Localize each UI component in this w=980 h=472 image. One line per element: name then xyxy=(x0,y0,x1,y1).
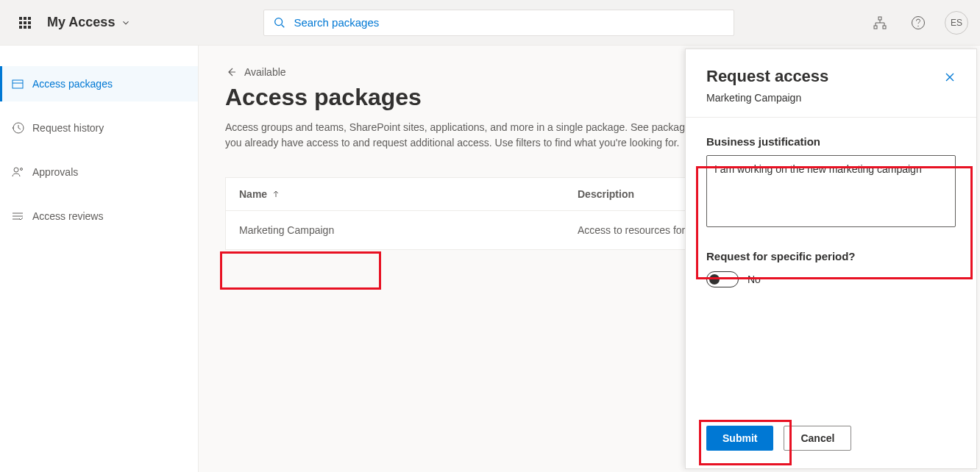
sidebar: Access packages Request history Approval… xyxy=(0,46,199,472)
sidebar-item-access-packages[interactable]: Access packages xyxy=(0,66,198,101)
sidebar-item-approvals[interactable]: Approvals xyxy=(0,154,198,190)
sidebar-item-access-reviews[interactable]: Access reviews xyxy=(0,199,198,234)
reviews-icon xyxy=(10,209,25,224)
sidebar-item-request-history[interactable]: Request history xyxy=(0,110,198,146)
panel-footer: Submit Cancel xyxy=(686,412,976,468)
nav-label: Request history xyxy=(32,122,104,134)
app-title-dropdown[interactable]: My Access xyxy=(47,15,131,30)
panel-header: Request access Marketing Campaign xyxy=(686,49,976,118)
nav-label: Access reviews xyxy=(32,210,103,222)
row-name: Marketing Campaign xyxy=(239,224,578,236)
svg-rect-7 xyxy=(13,80,23,88)
cancel-button[interactable]: Cancel xyxy=(784,426,851,451)
page-description: Access groups and teams, SharePoint site… xyxy=(225,120,696,151)
close-icon xyxy=(944,71,956,83)
sitemap-icon[interactable] xyxy=(868,11,892,35)
panel-body: Business justification Request for speci… xyxy=(686,118,976,412)
history-icon xyxy=(10,121,25,135)
back-arrow-icon xyxy=(225,66,237,78)
submit-button[interactable]: Submit xyxy=(706,426,773,451)
period-value: No xyxy=(748,273,761,285)
svg-point-0 xyxy=(275,18,283,25)
search-input[interactable]: Search packages xyxy=(263,10,734,36)
justification-label: Business justification xyxy=(706,135,956,148)
svg-line-1 xyxy=(282,24,285,27)
waffle-icon[interactable] xyxy=(12,10,38,36)
panel-title: Request access xyxy=(706,67,828,86)
svg-point-10 xyxy=(14,168,18,172)
nav-label: Access packages xyxy=(32,78,113,90)
svg-point-6 xyxy=(917,25,918,26)
col-desc-label: Description xyxy=(578,188,634,200)
user-avatar[interactable]: ES xyxy=(945,11,968,35)
help-icon[interactable] xyxy=(906,11,930,35)
request-access-panel: Request access Marketing Campaign Busine… xyxy=(685,49,977,469)
sort-up-icon xyxy=(271,190,280,199)
svg-rect-2 xyxy=(878,17,881,20)
package-icon xyxy=(10,76,25,91)
period-toggle[interactable] xyxy=(706,271,739,287)
period-label: Request for specific period? xyxy=(706,250,956,262)
search-icon xyxy=(273,16,286,29)
app-header: My Access Search packages ES xyxy=(0,0,980,46)
app-title-text: My Access xyxy=(47,15,115,30)
panel-subtitle: Marketing Campaign xyxy=(706,92,828,104)
close-button[interactable] xyxy=(944,71,956,85)
search-placeholder: Search packages xyxy=(294,16,379,29)
col-name-label: Name xyxy=(239,188,267,200)
approvals-icon xyxy=(10,165,25,179)
avatar-initials: ES xyxy=(951,18,962,28)
column-header-name[interactable]: Name xyxy=(239,188,578,200)
nav-label: Approvals xyxy=(32,166,78,178)
svg-rect-4 xyxy=(883,26,886,29)
svg-rect-3 xyxy=(874,26,877,29)
justification-textarea[interactable] xyxy=(706,155,956,227)
breadcrumb-label: Available xyxy=(244,66,286,78)
svg-point-11 xyxy=(21,168,23,171)
chevron-down-icon xyxy=(121,18,131,28)
